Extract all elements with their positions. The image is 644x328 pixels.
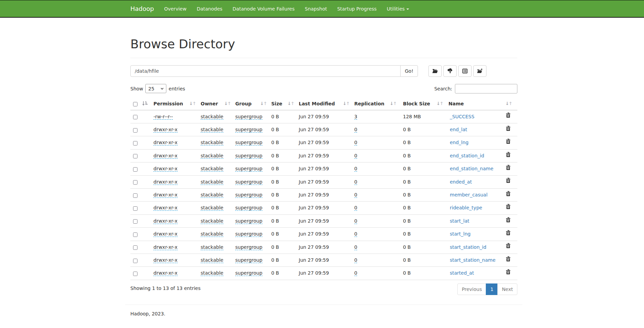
owner-editable[interactable]: stackable [201, 244, 223, 250]
permission-editable[interactable]: drwxr-xr-x [153, 218, 178, 224]
replication-editable[interactable]: 0 [354, 192, 357, 198]
owner-editable[interactable]: stackable [201, 270, 223, 276]
file-name-link[interactable]: end_lat [450, 127, 467, 132]
trash-icon[interactable] [506, 165, 511, 172]
file-name-link[interactable]: rideable_type [450, 205, 482, 210]
trash-icon[interactable] [506, 230, 511, 238]
file-name-link[interactable]: end_station_id [450, 153, 484, 158]
file-name-link[interactable]: end_station_name [450, 166, 493, 171]
replication-editable[interactable]: 0 [354, 244, 357, 250]
row-checkbox[interactable] [133, 128, 137, 133]
replication-editable[interactable]: 0 [354, 231, 357, 237]
replication-editable[interactable]: 3 [354, 114, 357, 120]
column-header-group[interactable]: Group↓↑ [233, 98, 269, 110]
select-all-checkbox[interactable] [133, 102, 137, 106]
directory-path-input[interactable] [130, 65, 401, 77]
column-header-delete[interactable]: ↓↑ [503, 98, 517, 110]
row-checkbox[interactable] [133, 141, 137, 145]
entries-select[interactable]: 25 [145, 84, 166, 93]
page-1-button[interactable]: 1 [486, 283, 498, 295]
nav-link-startup-progress[interactable]: Startup Progress [332, 5, 382, 12]
brand-hadoop[interactable]: Hadoop [130, 5, 159, 12]
upload-file-button[interactable] [443, 65, 457, 77]
replication-editable[interactable]: 0 [354, 127, 357, 133]
nav-link-datanodes[interactable]: Datanodes [191, 5, 227, 12]
file-name-link[interactable]: start_lng [450, 231, 471, 237]
trash-icon[interactable] [506, 217, 511, 225]
column-header-last-modified[interactable]: Last Modified↓↑ [296, 98, 352, 110]
group-editable[interactable]: supergroup [235, 114, 262, 120]
group-editable[interactable]: supergroup [235, 270, 262, 276]
trash-icon[interactable] [506, 139, 511, 146]
owner-editable[interactable]: stackable [201, 114, 223, 120]
group-editable[interactable]: supergroup [235, 192, 262, 198]
open-directory-button[interactable] [428, 65, 442, 77]
group-editable[interactable]: supergroup [235, 153, 262, 159]
row-checkbox[interactable] [133, 272, 137, 276]
owner-editable[interactable]: stackable [201, 179, 223, 185]
owner-editable[interactable]: stackable [201, 127, 223, 133]
row-checkbox[interactable] [133, 115, 137, 119]
trash-icon[interactable] [506, 126, 511, 133]
next-page-button[interactable]: Next [497, 283, 517, 295]
permission-editable[interactable]: drwxr-xr-x [153, 205, 178, 211]
file-name-link[interactable]: _SUCCESS [450, 114, 474, 119]
group-editable[interactable]: supergroup [235, 218, 262, 224]
permission-editable[interactable]: drwxr-xr-x [153, 140, 178, 145]
group-editable[interactable]: supergroup [235, 205, 262, 211]
replication-editable[interactable]: 0 [354, 166, 357, 172]
row-checkbox[interactable] [133, 259, 137, 263]
nav-link-datanode-volume-failures[interactable]: Datanode Volume Failures [227, 5, 300, 12]
permission-editable[interactable]: drwxr-xr-x [153, 179, 178, 185]
owner-editable[interactable]: stackable [201, 192, 223, 198]
group-editable[interactable]: supergroup [235, 244, 262, 250]
permission-editable[interactable]: drwxr-xr-x [153, 244, 178, 250]
replication-editable[interactable]: 0 [354, 179, 357, 185]
trash-icon[interactable] [506, 191, 511, 198]
owner-editable[interactable]: stackable [201, 257, 223, 263]
trash-icon[interactable] [506, 152, 511, 159]
group-editable[interactable]: supergroup [235, 179, 262, 185]
permission-editable[interactable]: drwxr-xr-x [153, 192, 178, 198]
replication-editable[interactable]: 0 [354, 153, 357, 159]
group-editable[interactable]: supergroup [235, 166, 262, 172]
file-name-link[interactable]: start_lat [450, 218, 470, 224]
group-editable[interactable]: supergroup [235, 257, 262, 263]
header-select-all[interactable] [130, 98, 151, 110]
row-checkbox[interactable] [133, 193, 137, 198]
replication-editable[interactable]: 0 [354, 140, 357, 145]
row-checkbox[interactable] [133, 245, 137, 250]
column-header-block-size[interactable]: Block Size↓↑ [400, 98, 447, 110]
replication-editable[interactable]: 0 [354, 257, 357, 263]
replication-editable[interactable]: 0 [354, 270, 357, 276]
trash-icon[interactable] [506, 256, 511, 264]
file-name-link[interactable]: started_at [450, 270, 474, 276]
permission-editable[interactable]: drwxr-xr-x [153, 153, 178, 159]
permission-editable[interactable]: drwxr-xr-x [153, 166, 178, 172]
owner-editable[interactable]: stackable [201, 205, 223, 211]
nav-link-snapshot[interactable]: Snapshot [300, 5, 332, 12]
permission-editable[interactable]: drwxr-xr-x [153, 270, 178, 276]
file-name-link[interactable]: start_station_id [450, 244, 486, 250]
column-header-owner[interactable]: Owner↓↑ [198, 98, 233, 110]
column-header-name[interactable]: Name [447, 98, 503, 110]
group-editable[interactable]: supergroup [235, 127, 262, 133]
owner-editable[interactable]: stackable [201, 166, 223, 172]
replication-editable[interactable]: 0 [354, 205, 357, 211]
previous-page-button[interactable]: Previous [457, 283, 486, 295]
row-checkbox[interactable] [133, 219, 137, 224]
row-checkbox[interactable] [133, 206, 137, 211]
owner-editable[interactable]: stackable [201, 231, 223, 237]
search-input[interactable] [455, 84, 517, 93]
column-header-permission[interactable]: Permission↓↑ [151, 98, 198, 110]
file-name-link[interactable]: start_station_name [450, 257, 496, 263]
trash-icon[interactable] [506, 178, 511, 185]
permission-editable[interactable]: -rw-r--r-- [153, 114, 173, 120]
column-header-size[interactable]: Size↓↑ [269, 98, 296, 110]
cut-paste-button[interactable] [458, 65, 472, 77]
row-checkbox[interactable] [133, 154, 137, 158]
file-name-link[interactable]: ended_at [450, 179, 472, 185]
group-editable[interactable]: supergroup [235, 140, 262, 145]
row-checkbox[interactable] [133, 180, 137, 185]
owner-editable[interactable]: stackable [201, 218, 223, 224]
